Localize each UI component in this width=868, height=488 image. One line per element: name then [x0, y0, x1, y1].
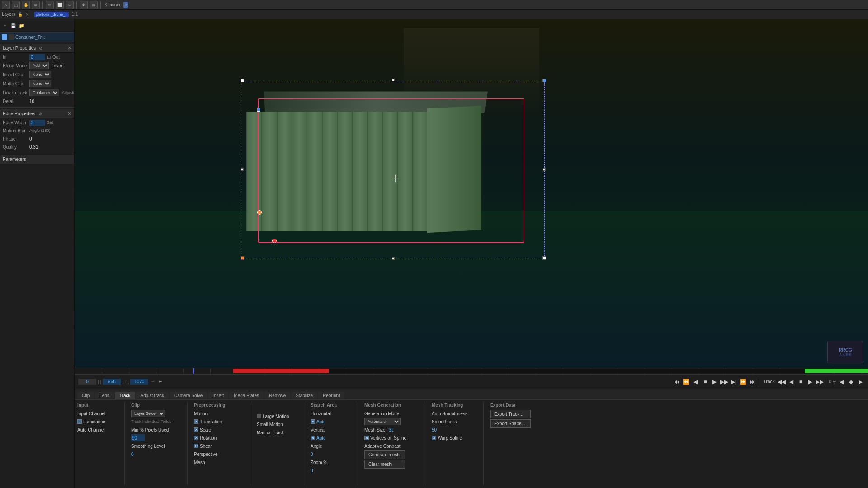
in-value[interactable]	[29, 54, 45, 60]
step-forward-btn[interactable]: ▶|	[730, 378, 738, 386]
pen-tool[interactable]: ✏	[46, 1, 54, 9]
timeline-ruler[interactable]	[75, 368, 868, 374]
generate-mesh-btn[interactable]: Generate mesh	[364, 450, 405, 459]
layer-props-close[interactable]: ✕	[67, 45, 71, 51]
horizontal-auto-item: ✕ Auto	[311, 418, 351, 425]
layer-properties-title: Layer Properties	[3, 46, 36, 51]
rib-4	[292, 112, 307, 231]
zoom-tool[interactable]: ⊕	[32, 1, 40, 9]
tab-stabilize[interactable]: Stabilize	[291, 392, 317, 399]
mesh-tracking-section: Mesh Tracking Auto Smoothness Smoothness…	[432, 403, 477, 485]
rect-tool[interactable]: ⬜	[56, 1, 64, 9]
large-motion-checkbox[interactable]	[257, 414, 261, 418]
link-track-row: Link to track Container Adjusted	[0, 88, 74, 97]
edge-props-close[interactable]: ✕	[67, 111, 71, 117]
total-frames-input[interactable]	[130, 379, 148, 385]
S-button[interactable]: S	[123, 2, 128, 8]
generate-mesh-item[interactable]: Generate mesh	[364, 450, 419, 459]
min-pixels-item: Min % Pixels Used	[131, 426, 181, 433]
export-shape-btn[interactable]: Export Shape...	[490, 419, 531, 428]
pointer-tool[interactable]: ↖	[2, 1, 10, 9]
tab-track[interactable]: Track	[115, 392, 135, 399]
tab-reorient[interactable]: Reorient	[318, 392, 344, 399]
export-track-item[interactable]: Export Track...	[490, 410, 535, 418]
play-btn[interactable]: ▶	[711, 378, 719, 386]
scale-checkbox[interactable]: ✕	[194, 427, 198, 432]
input-title: Input	[77, 403, 118, 408]
track-fwd-btn[interactable]: ▶	[806, 378, 814, 386]
key-next[interactable]: ▶	[856, 378, 864, 386]
gen-mode-select[interactable]: Automatic	[364, 418, 401, 425]
v-auto-checkbox[interactable]: ✕	[311, 436, 315, 440]
folder-icon[interactable]: 📁	[18, 23, 24, 29]
delete-icon[interactable]: ✕	[24, 11, 31, 18]
tab-clip[interactable]: Clip	[77, 392, 94, 399]
insert-clip-select[interactable]: None	[29, 71, 51, 78]
parameter-tabs: Clip Lens Track AdjustTrack Camera Solve…	[75, 389, 868, 400]
shear-checkbox[interactable]: ✕	[194, 444, 198, 448]
link-track-select[interactable]: Container	[29, 89, 59, 96]
rotation-checkbox[interactable]: ✕	[194, 436, 198, 440]
layer-name: Container_Tr...	[15, 35, 45, 40]
select-tool[interactable]: ⬚	[12, 1, 20, 9]
clear-mesh-item[interactable]: Clear mesh	[364, 460, 419, 469]
goto-start-btn[interactable]: ⏮	[673, 378, 681, 386]
platform-label: platform_drone_r	[34, 12, 69, 17]
luminance-checkbox[interactable]: ✓	[77, 419, 82, 424]
set-out-icon[interactable]: ⊢	[157, 379, 164, 385]
edge-width-input[interactable]	[29, 120, 45, 126]
left-bracket-2: [	[128, 379, 129, 384]
clear-mesh-btn[interactable]: Clear mesh	[364, 460, 405, 469]
layer-color	[2, 34, 7, 40]
stop-btn[interactable]: ■	[701, 378, 709, 386]
tab-lens[interactable]: Lens	[95, 392, 114, 399]
warp-spline-checkbox[interactable]: ✕	[432, 436, 436, 440]
translation-checkbox[interactable]: ✕	[194, 419, 198, 424]
blend-mode-select[interactable]: Add	[29, 62, 49, 69]
export-track-btn[interactable]: Export Track...	[490, 410, 531, 418]
track-prev-btn[interactable]: ◀◀	[778, 378, 786, 386]
step-back-btn[interactable]: ◀	[692, 378, 700, 386]
layer-props-settings[interactable]: ⚙	[38, 45, 44, 52]
rib-11	[397, 112, 412, 231]
key-add[interactable]: ◆	[847, 378, 855, 386]
key-prev[interactable]: ◀	[837, 378, 845, 386]
track-stop-btn[interactable]: ■	[797, 378, 805, 386]
blend-mode-label: Blend Mode	[3, 63, 28, 68]
min-pixels-input[interactable]	[131, 434, 145, 441]
vertices-checkbox[interactable]: ✕	[364, 436, 369, 440]
next-key-btn[interactable]: ⏩	[739, 378, 747, 386]
h-auto-checkbox[interactable]: ✕	[311, 419, 315, 424]
divider-4	[304, 403, 304, 485]
edge-props-settings[interactable]: ⚙	[37, 111, 43, 117]
viewport-area[interactable]: RRCG 人人素材	[75, 19, 868, 368]
transform-tool[interactable]: ✥	[80, 1, 88, 9]
goto-end-btn[interactable]: ⏭	[749, 378, 757, 386]
motion-blur-label: Motion Blur	[3, 128, 28, 133]
layer-below-select[interactable]: Layer Below	[131, 410, 165, 417]
play-loop-btn[interactable]: ▶▶	[720, 378, 728, 386]
adaptive-contrast-label: Adaptive Contrast	[364, 444, 401, 449]
save-icon[interactable]: 💾	[10, 23, 16, 29]
track-tool[interactable]: ⊞	[90, 1, 98, 9]
tab-camera-solve[interactable]: Camera Solve	[170, 392, 207, 399]
new-icon[interactable]: +	[2, 23, 8, 29]
out-frame-input[interactable]	[103, 379, 121, 385]
lock-icon[interactable]: 🔒	[17, 11, 23, 18]
current-frame-input[interactable]	[78, 379, 96, 385]
export-shape-item[interactable]: Export Shape...	[490, 419, 535, 428]
prev-key-btn[interactable]: ⏪	[682, 378, 690, 386]
tab-remove[interactable]: Remove	[264, 392, 290, 399]
track-next-btn[interactable]: ▶▶	[816, 378, 824, 386]
layer-item[interactable]: Container_Tr...	[0, 33, 74, 42]
matte-clip-select[interactable]: None	[29, 80, 51, 87]
track-back-btn[interactable]: ◀	[787, 378, 795, 386]
main-layout: + 💾 📁 Container_Tr... Layer Properties ⚙…	[0, 19, 868, 488]
tab-adjusttrack[interactable]: AdjustTrack	[136, 392, 169, 399]
pan-tool[interactable]: ✋	[22, 1, 30, 9]
set-in-icon[interactable]: ⊣	[150, 379, 156, 385]
mesh-size-item: Mesh Size 32	[364, 426, 419, 433]
ellipse-tool[interactable]: ⬭	[66, 1, 74, 9]
tab-mega-plates[interactable]: Mega Plates	[229, 392, 264, 399]
tab-insert[interactable]: Insert	[208, 392, 228, 399]
